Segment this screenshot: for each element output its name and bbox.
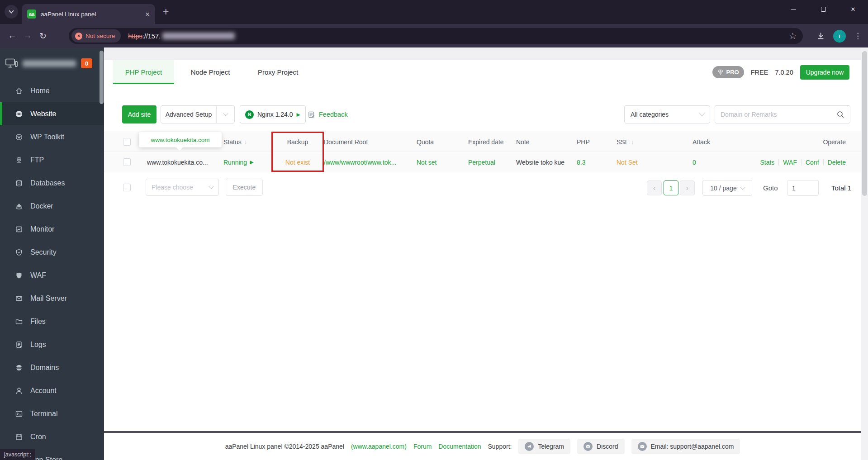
sidebar-item-databases[interactable]: Databases — [0, 171, 104, 194]
sidebar-item-security[interactable]: Security — [0, 241, 104, 264]
aapanel-site-link[interactable]: (www.aapanel.com) — [351, 443, 407, 450]
advanced-setup-button[interactable]: Advanced Setup — [161, 105, 235, 123]
reload-icon[interactable] — [35, 31, 51, 41]
tab-search-button[interactable] — [5, 5, 18, 19]
profile-avatar[interactable]: i — [833, 30, 846, 43]
goto-page-input[interactable] — [787, 180, 819, 196]
attack-count[interactable]: 0 — [693, 152, 696, 172]
col-backup[interactable]: Backup — [272, 132, 323, 152]
message-count-badge[interactable]: 0 — [81, 58, 92, 68]
close-button[interactable] — [838, 0, 868, 18]
delete-link[interactable]: Delete — [828, 159, 846, 166]
row-checkbox[interactable] — [123, 158, 131, 166]
select-all-checkbox[interactable] — [123, 138, 131, 146]
bulk-action-select[interactable]: Please choose — [146, 179, 219, 196]
maximize-button[interactable] — [808, 0, 838, 18]
sidebar-item-account[interactable]: Account — [0, 379, 104, 402]
next-page-button[interactable] — [680, 180, 695, 195]
page-scrollbar[interactable] — [861, 47, 868, 460]
col-status[interactable]: Status — [223, 132, 247, 152]
log-document-icon — [15, 341, 23, 349]
sidebar-item-cron[interactable]: Cron — [0, 425, 104, 448]
tab-close-icon[interactable] — [145, 10, 150, 18]
site-status[interactable]: Running — [223, 152, 254, 172]
conf-link[interactable]: Conf — [806, 159, 819, 166]
upgrade-now-button[interactable]: Upgrade now — [800, 65, 849, 80]
discord-icon — [583, 442, 593, 451]
bulk-checkbox[interactable] — [123, 184, 131, 191]
forum-link[interactable]: Forum — [413, 443, 432, 450]
url-scheme: https — [128, 33, 142, 40]
email-support-button[interactable]: Email: support@aapanel.com — [631, 439, 740, 454]
sidebar-item-docker[interactable]: Docker — [0, 194, 104, 218]
pro-badge[interactable]: PRO — [712, 66, 744, 78]
page-scrollbar-thumb[interactable] — [862, 51, 867, 196]
site-domain-link[interactable]: www.tokokuekita.co... — [147, 152, 208, 172]
col-ssl[interactable]: SSL — [617, 132, 634, 152]
php-version[interactable]: 8.3 — [577, 152, 585, 172]
sidebar-item-waf[interactable]: WAF — [0, 264, 104, 287]
main-content: PHP Project Node Project Proxy Project P… — [104, 47, 868, 460]
execute-button[interactable]: Execute — [226, 179, 263, 196]
ssl-status[interactable]: Not Set — [617, 152, 638, 172]
not-secure-badge[interactable]: Not secure — [71, 29, 121, 43]
sidebar-item-files[interactable]: Files — [0, 310, 104, 333]
tab-proxy-project[interactable]: Proxy Project — [245, 60, 311, 84]
current-page-button[interactable]: 1 — [664, 180, 678, 195]
sidebar-scrollbar-thumb[interactable] — [100, 51, 104, 104]
server-header[interactable]: 0 — [0, 47, 104, 79]
expired-date-value[interactable]: Perpetual — [468, 152, 495, 172]
backup-status[interactable]: Not exist — [272, 152, 323, 172]
tab-node-project[interactable]: Node Project — [181, 60, 240, 84]
search-icon[interactable] — [836, 110, 844, 119]
browser-menu-icon[interactable] — [854, 31, 862, 41]
sidebar-item-label: Mail Server — [30, 294, 67, 303]
sidebar-item-logs[interactable]: Logs — [0, 333, 104, 356]
browser-tab[interactable]: aa aaPanel Linux panel — [22, 4, 155, 24]
sidebar-item-monitor[interactable]: Monitor — [0, 218, 104, 241]
browser-actions: i — [816, 28, 862, 44]
download-icon[interactable] — [816, 32, 825, 40]
sidebar-item-label: Home — [30, 87, 50, 95]
discord-button[interactable]: Discord — [577, 439, 624, 454]
sidebar-nav: Home Website WP Toolkit FTP Databases Do… — [0, 79, 104, 460]
sidebar-item-home[interactable]: Home — [0, 79, 104, 102]
documentation-link[interactable]: Documentation — [438, 443, 481, 450]
tab-php-project[interactable]: PHP Project — [113, 60, 174, 84]
url-text: https://157. — [128, 33, 161, 40]
sidebar-item-website[interactable]: Website — [0, 102, 104, 125]
document-root-link[interactable]: /www/wwwroot/www.tok... — [324, 152, 396, 172]
new-tab-button[interactable] — [163, 6, 169, 18]
back-icon[interactable] — [5, 31, 20, 41]
webserver-button[interactable]: N Nginx 1.24.0 — [240, 105, 306, 123]
sidebar: 0 Home Website WP Toolkit FTP Databases … — [0, 47, 104, 460]
note-value[interactable]: Website toko kue — [516, 152, 565, 172]
col-operate: Operate — [823, 132, 846, 152]
advanced-setup-dropdown[interactable] — [216, 106, 234, 123]
minimize-button[interactable] — [778, 0, 808, 18]
divider — [801, 159, 802, 166]
quota-value[interactable]: Not set — [417, 152, 436, 172]
add-site-button[interactable]: Add site — [122, 105, 157, 123]
forward-icon[interactable] — [20, 31, 35, 41]
waf-link[interactable]: WAF — [783, 159, 797, 166]
shield-check-icon — [15, 248, 23, 256]
sidebar-item-wp-toolkit[interactable]: WP Toolkit — [0, 125, 104, 148]
sidebar-item-terminal[interactable]: Terminal — [0, 402, 104, 425]
sidebar-item-mail-server[interactable]: Mail Server — [0, 287, 104, 310]
select-all-cell — [123, 132, 131, 152]
address-bar[interactable]: Not secure https://157. — [69, 28, 803, 44]
telegram-button[interactable]: Telegram — [518, 439, 570, 454]
sidebar-item-domains[interactable]: www Domains — [0, 356, 104, 379]
sidebar-item-ftp[interactable]: FTP — [0, 148, 104, 171]
stats-link[interactable]: Stats — [760, 159, 774, 166]
minimize-icon — [791, 9, 796, 9]
chevron-down-icon — [9, 8, 14, 13]
search-input[interactable] — [721, 111, 836, 118]
plan-info: PRO FREE 7.0.20 Upgrade now — [712, 60, 849, 84]
bookmark-star-icon[interactable] — [789, 31, 797, 41]
prev-page-button[interactable] — [647, 180, 662, 195]
feedback-link[interactable]: Feedback — [308, 105, 348, 123]
page-size-select[interactable]: 10 / page — [702, 180, 752, 196]
categories-select[interactable]: All categories — [624, 105, 710, 123]
